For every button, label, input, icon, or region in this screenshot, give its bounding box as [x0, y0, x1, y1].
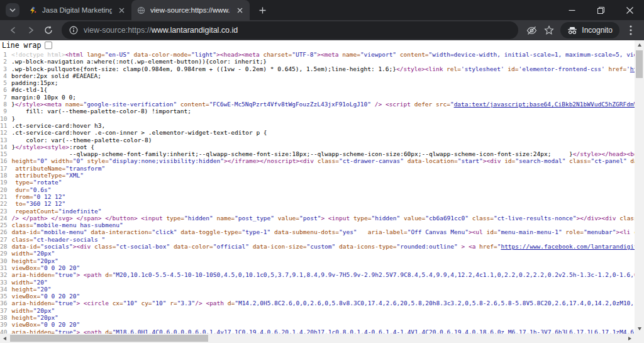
restore-button[interactable]: [586, 0, 615, 20]
code-token: width=: [11, 279, 33, 286]
code-line: 28data-id="socials"><div class="ct-socia…: [0, 243, 635, 250]
code-token: repeatCount=: [11, 208, 58, 215]
tab-jasa-digital-marketing[interactable]: Jasa Digital Marketing Agency T: [23, 0, 131, 20]
code-token: "yes": [339, 228, 357, 235]
code-token: "mobile-menu has-submenu": [33, 222, 123, 228]
code-token: > <path: [76, 329, 101, 334]
line-number: 19: [0, 179, 11, 186]
code-line: 10}: [0, 115, 635, 122]
code-token: width=: [11, 307, 33, 314]
code-line: 11.ct-service-card:hover h3,: [0, 122, 635, 129]
code-line: 14}</style><style>:root {: [0, 143, 635, 150]
line-number: 28: [0, 243, 11, 250]
scroll-up-button[interactable]: [635, 40, 644, 50]
code-token: color: var(--theme-palette-color-8): [11, 137, 152, 143]
code-line: 37width="20px": [0, 307, 635, 314]
code-token: </style><meta: [15, 101, 62, 108]
code-token: charset=: [260, 51, 292, 58]
code-token: "M20,10.1c0-5.5-4.5-10-10-10S0,4.5,0,10.…: [113, 271, 635, 278]
bookmark-button[interactable]: [540, 21, 558, 39]
code-token: type=: [11, 179, 33, 186]
scroll-right-button[interactable]: [625, 334, 635, 343]
line-wrap-checkbox[interactable]: [45, 42, 52, 49]
code-token: "post": [299, 215, 321, 222]
code-token: "ct-live-results-nonce": [494, 215, 577, 222]
close-tab-icon[interactable]: [235, 5, 245, 15]
code-line: 33width="20": [0, 279, 635, 286]
code-token: data-id=: [11, 228, 40, 235]
code-token: data-interaction=: [87, 228, 152, 235]
line-number: 39: [0, 321, 11, 328]
code-token: role=: [562, 228, 584, 235]
reload-button[interactable]: [40, 21, 57, 39]
code-token: height=: [11, 157, 36, 164]
code-token: "20px": [33, 307, 55, 314]
source-link[interactable]: https://www.: [630, 65, 635, 72]
vertical-scrollbar[interactable]: [635, 40, 644, 334]
tab-view-source[interactable]: view-source:https://www.lantar: [131, 0, 250, 20]
code-line: 8}</style><meta name="google-site-verifi…: [0, 101, 635, 108]
code-token: /> <path: [195, 300, 224, 306]
code-token: 'stylesheet': [461, 65, 504, 72]
source-link[interactable]: https://www.facebook.com/lantarandigital: [501, 243, 635, 250]
minimize-button[interactable]: [557, 0, 586, 20]
site-logo-icon: [28, 6, 38, 15]
source-link[interactable]: data:text/javascript;base64,CiBkb2N1bWVu…: [454, 101, 635, 108]
line-number: 24: [0, 215, 11, 222]
eye-blocked-button[interactable]: [523, 21, 540, 39]
code-token: href=: [475, 243, 497, 250]
code-line: 31viewBox="0 0 20 20": [0, 264, 635, 271]
code-token: cx=: [109, 300, 123, 306]
address-bar[interactable]: view-source:https://www.lantarandigital.…: [62, 21, 518, 39]
code-token: "type-1": [242, 228, 271, 235]
code-token: viewBox=: [11, 293, 40, 300]
code-token: aria-label=: [357, 228, 408, 235]
code-line: 32aria-hidden="true"> <path d="M20,10.1c…: [0, 271, 635, 278]
code-token: "true": [55, 271, 76, 278]
code-token: "rounded:outline": [397, 243, 458, 250]
close-tab-icon[interactable]: [116, 5, 126, 15]
scroll-left-button[interactable]: [0, 334, 9, 343]
new-tab-button[interactable]: [254, 2, 270, 18]
code-token: "10": [123, 300, 138, 306]
code-line: 18 attributeType="XML": [0, 172, 635, 179]
code-token: margin:0 10px 0 0;: [11, 94, 76, 101]
code-token: name=: [339, 51, 360, 58]
horizontal-scrollbar[interactable]: [0, 334, 635, 343]
code-token: "start": [458, 157, 483, 164]
menu-button[interactable]: [622, 21, 640, 39]
code-line: 20 dur="0.6s": [0, 186, 635, 193]
code-token: "20px": [37, 257, 58, 264]
scroll-down-button[interactable]: [635, 324, 644, 334]
code-token: .wp-block-pullquote{font-size: clamp(0.9…: [11, 65, 396, 72]
line-number: 40: [0, 329, 11, 334]
triangle-down-icon: [638, 327, 641, 330]
code-line: 22 to="360 12 12": [0, 200, 635, 207]
code-token: "ct-header-socials ": [33, 236, 105, 243]
code-token: class=: [314, 157, 339, 164]
forward-button[interactable]: [22, 21, 40, 39]
code-token: 'elementor-frontend-css': [519, 65, 605, 72]
page-info-icon[interactable]: [69, 26, 78, 35]
code-token: "20": [33, 279, 48, 286]
line-number: 29: [0, 250, 11, 257]
code-token: "FC6wE-Mc5NqPzrt4Vfv8tWgFouzZzL43jxF91oL…: [209, 101, 371, 108]
tab-search-button[interactable]: [6, 3, 19, 17]
code-line: 36aria-hidden="true"> <circle cx="10" cy…: [0, 300, 635, 306]
code-line: 29width="20px": [0, 250, 635, 257]
eye-off-icon: [526, 25, 537, 36]
close-window-button[interactable]: [615, 0, 644, 20]
url-text: view-source:https://www.lantarandigital.…: [84, 26, 238, 35]
vertical-scroll-thumb[interactable]: [636, 50, 643, 78]
horizontal-scroll-thumb[interactable]: [10, 335, 208, 342]
code-token: --qlwapp-scheme-font-family:inherit;--ql…: [11, 150, 572, 157]
code-token: /> </path> </svg> </span> </button> <inp…: [11, 215, 162, 222]
code-token: "menubar": [584, 228, 616, 235]
minimize-icon: [569, 7, 575, 14]
back-button[interactable]: [4, 21, 22, 39]
chevron-down-icon: [9, 8, 16, 12]
source-code: 1<!doctype html><html lang="en-US" data-…: [0, 51, 635, 334]
code-line: 17 attributeName="transform": [0, 165, 635, 172]
code-token: "0 0 20 20": [40, 293, 80, 300]
code-line: 24/> </path> </svg> </span> </button> <i…: [0, 215, 635, 222]
